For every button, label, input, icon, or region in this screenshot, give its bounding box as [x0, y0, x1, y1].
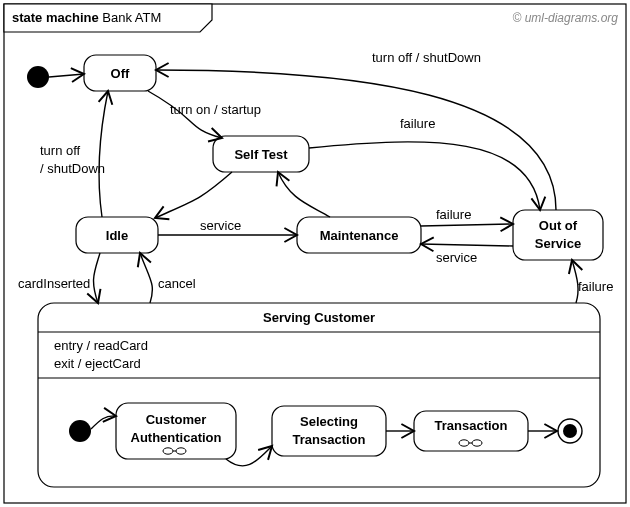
state-maintenance-label: Maintenance: [320, 228, 399, 243]
state-serving-title: Serving Customer: [263, 310, 375, 325]
state-off-label: Off: [111, 66, 130, 81]
tr-out-maint-label: service: [436, 250, 477, 265]
state-trans-label: Transaction: [435, 418, 508, 433]
initial-state: [27, 66, 49, 88]
tr-serving-out-label: failure: [578, 279, 613, 294]
tr-off-selftest-label: turn on / startup: [170, 102, 261, 117]
state-selftest-label: Self Test: [234, 147, 288, 162]
state-serving: [38, 303, 600, 487]
svg-point-3: [176, 448, 186, 454]
tr-serving-idle-label: cancel: [158, 276, 196, 291]
svg-point-5: [459, 440, 469, 446]
tr-idle-off-label2: / shutDown: [40, 161, 105, 176]
serving-entry: entry / readCard: [54, 338, 148, 353]
state-auth-label1: Customer: [146, 412, 207, 427]
tr-out-off-label: turn off / shutDown: [372, 50, 481, 65]
serving-final-inner: [563, 424, 577, 438]
svg-point-6: [472, 440, 482, 446]
tr-maint-out-label: failure: [436, 207, 471, 222]
tr-idle-off-label1: turn off: [40, 143, 81, 158]
serving-exit: exit / ejectCard: [54, 356, 141, 371]
state-auth-label2: Authentication: [131, 430, 222, 445]
state-outofservice-label1: Out of: [539, 218, 578, 233]
state-idle-label: Idle: [106, 228, 128, 243]
serving-initial: [69, 420, 91, 442]
state-select-label1: Selecting: [300, 414, 358, 429]
tr-idle-serving-label: cardInserted: [18, 276, 90, 291]
tr-selftest-out-label: failure: [400, 116, 435, 131]
svg-point-2: [163, 448, 173, 454]
tr-idle-maint-label: service: [200, 218, 241, 233]
state-select-label2: Transaction: [293, 432, 366, 447]
frame-kind: state machine Bank ATM: [12, 10, 161, 25]
copyright: © uml-diagrams.org: [512, 11, 618, 25]
state-outofservice-label2: Service: [535, 236, 581, 251]
